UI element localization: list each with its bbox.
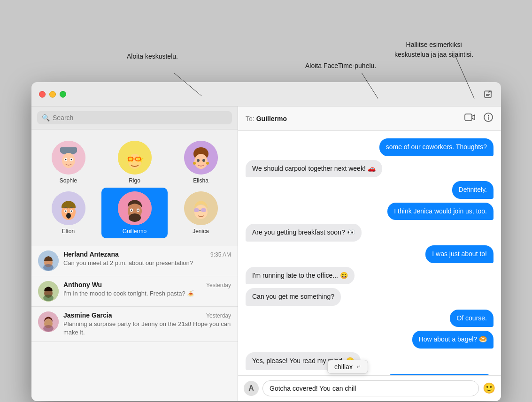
conv-name-anthony: Anthony Wu [63,281,102,288]
info-button[interactable] [483,112,493,125]
fullscreen-button[interactable] [60,91,66,98]
contact-name-rigo: Rigo [129,177,140,184]
conversation-anthony[interactable]: Anthony Wu Yesterday I'm in the mood to … [31,276,238,307]
message-bubble: I think Jenica would join us, too. [387,203,493,220]
contact-rigo[interactable]: ⭐ ⭐ Rigo [101,137,168,188]
message-row: Can you get me something? [246,288,493,306]
chat-actions [464,112,493,125]
sidebar: 🔍 [31,106,238,401]
message-bubble: Of course. [450,310,493,327]
conv-info-anthony: Anthony Wu Yesterday I'm in the mood to … [63,281,231,298]
contact-name-elton: Elton [62,228,75,235]
message-row: I was just about to! [246,245,493,263]
conv-info-jasmine: Jasmine Garcia Yesterday Planning a surp… [63,311,231,337]
svg-rect-8 [60,147,77,152]
search-bar: 🔍 [31,106,238,129]
svg-point-33 [70,211,72,212]
app-store-button[interactable]: A [244,381,259,396]
svg-point-41 [137,210,139,211]
autocomplete-arrow: ↵ [356,364,361,370]
annotation-compose: Aloita keskustelu. [127,52,178,61]
contact-guillermo[interactable]: Guillermo [101,188,168,238]
avatar-jenica [184,191,218,225]
conv-time-anthony: Yesterday [206,282,231,288]
message-row: some of our coworkers. Thoughts? [246,138,493,156]
avatar-sophie [52,141,85,174]
contact-jenica[interactable]: Jenica [168,188,234,238]
conv-avatar-herland [38,250,59,271]
app-window: 🔍 [31,82,501,401]
conv-header-jasmine: Jasmine Garcia Yesterday [63,311,231,319]
message-row: We should carpool together next week! 🚗 [246,160,493,178]
svg-point-55 [43,325,54,332]
conv-time-herland: 9:35 AM [210,251,231,258]
message-row: I think Jenica would join us, too. [246,203,493,220]
avatar-elton [52,191,85,225]
svg-point-13 [70,159,72,160]
close-button[interactable] [39,91,46,98]
svg-rect-44 [194,208,199,212]
pinned-contacts-grid: Sophie ⭐ ⭐ [31,129,238,246]
svg-point-32 [65,211,66,212]
svg-rect-56 [465,114,472,121]
contact-elisha[interactable]: Elisha [168,137,234,188]
svg-point-9 [62,153,75,168]
message-bubble: I was just about to! [425,245,493,263]
svg-point-12 [65,159,66,160]
search-input[interactable] [53,114,227,121]
message-bubble: Definitely. [452,181,493,199]
conv-preview-jasmine: Planning a surprise party for Jenny on t… [63,320,231,337]
message-bubble: Can you get me something? [246,288,341,306]
conv-preview-herland: Can you meet at 2 p.m. about our present… [63,259,231,267]
chat-recipient: Guillermo [256,115,287,122]
contact-name-elisha: Elisha [193,177,208,184]
contact-name-jenica: Jenica [193,228,209,235]
svg-point-26 [197,159,200,162]
message-row: How about a bagel? 🥯 [246,331,493,349]
avatar-elisha [184,141,218,174]
chat-to-label: To: [246,115,254,122]
facetime-button[interactable] [464,113,476,124]
conversation-herland[interactable]: Herland Antezana 9:35 AM Can you meet at… [31,246,238,276]
conv-time-jasmine: Yesterday [206,312,231,319]
conv-name-herland: Herland Antezana [63,250,119,258]
messages-container: some of our coworkers. Thoughts? We shou… [238,131,501,375]
message-row: I'm running late to the office... 😄 [246,267,493,285]
conv-info-herland: Herland Antezana 9:35 AM Can you meet at… [63,250,231,267]
message-bubble: How about a bagel? 🥯 [412,331,493,349]
conv-avatar-jasmine [38,311,59,332]
message-bubble: Are you getting breakfast soon? 👀 [246,224,362,242]
svg-text:⭐: ⭐ [135,155,144,163]
annotation-facetime: Aloita FaceTime-puhelu. [305,61,376,71]
minimize-button[interactable] [49,91,56,98]
search-input-wrap[interactable]: 🔍 [37,111,232,124]
svg-rect-45 [201,208,206,212]
svg-point-34 [66,213,71,219]
conversation-jasmine[interactable]: Jasmine Garcia Yesterday Planning a surp… [31,307,238,342]
conv-name-jasmine: Jasmine Garcia [63,311,112,319]
contact-sophie[interactable]: Sophie [35,137,101,188]
svg-point-25 [206,162,209,165]
svg-point-40 [131,210,132,211]
traffic-lights [39,91,66,98]
contact-elton[interactable]: Elton [35,188,101,238]
message-row: Are you getting breakfast soon? 👀 [246,224,493,242]
svg-point-24 [193,162,196,165]
message-row: Definitely. [246,181,493,199]
message-row: Yes, please! You read my mind. 😊 [246,352,493,370]
annotation-manage: Hallitse esimerkiksi keskustelua ja jaa … [394,40,473,60]
svg-point-27 [202,159,205,162]
conv-header-herland: Herland Antezana 9:35 AM [63,250,231,258]
conv-preview-anthony: I'm in the mood to cook tonight. Fresh p… [63,289,231,298]
svg-point-23 [194,154,208,169]
conversation-list: Herland Antezana 9:35 AM Can you meet at… [31,246,238,401]
autocomplete-popup[interactable]: chillax ↵ [327,360,368,374]
autocomplete-word: chillax [334,363,353,371]
main-content: 🔍 [31,106,501,401]
emoji-button[interactable]: 🙂 [483,382,495,394]
message-input[interactable] [262,380,479,396]
message-row: Of course. [246,310,493,327]
search-icon: 🔍 [42,114,50,121]
message-bubble: some of our coworkers. Thoughts? [379,138,493,156]
compose-button[interactable] [482,89,493,100]
